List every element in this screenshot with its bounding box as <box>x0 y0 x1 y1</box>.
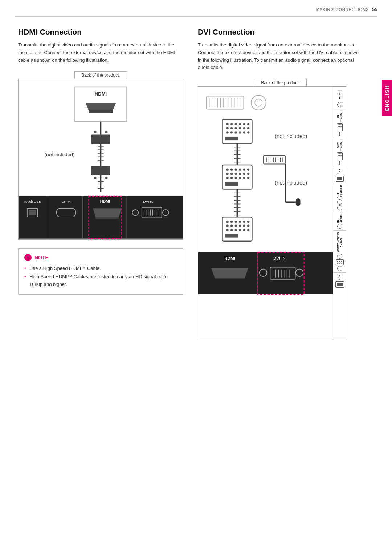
svg-point-68 <box>243 123 245 125</box>
svg-rect-122 <box>296 198 301 206</box>
svg-rect-33 <box>95 217 119 219</box>
svg-point-79 <box>239 131 241 133</box>
svg-point-74 <box>243 127 245 129</box>
hdmi-description: Transmits the digital video and audio si… <box>18 41 183 64</box>
note-icon: ! <box>24 254 32 261</box>
side-port-usb: USB <box>333 167 346 183</box>
svg-point-149 <box>247 229 249 231</box>
svg-point-6 <box>94 131 96 133</box>
svg-point-66 <box>234 123 237 125</box>
hdmi-diagram-label: Back of the product. <box>74 71 127 79</box>
svg-point-64 <box>226 123 228 125</box>
svg-point-7 <box>105 131 107 133</box>
svg-text:DP IN: DP IN <box>62 199 71 203</box>
dvi-side-panel: IR IN RS-232CIN <box>333 86 346 338</box>
svg-point-136 <box>243 221 245 223</box>
svg-rect-118 <box>225 182 238 186</box>
svg-point-113 <box>230 177 233 179</box>
svg-point-72 <box>234 127 237 129</box>
svg-point-115 <box>239 177 241 179</box>
svg-text:DVI IN: DVI IN <box>143 199 154 203</box>
svg-rect-30 <box>29 210 36 215</box>
svg-point-104 <box>243 169 245 171</box>
svg-point-133 <box>230 221 233 223</box>
svg-text:Touch USB: Touch USB <box>24 199 41 203</box>
page-number: 55 <box>372 7 377 12</box>
note-list: Use a High Speed HDMI™ Cable. High Speed… <box>24 265 177 288</box>
dvi-diagram-wrapper: (not included) <box>198 86 363 338</box>
svg-point-17 <box>105 177 107 179</box>
svg-point-61 <box>251 95 266 110</box>
svg-point-100 <box>226 169 228 171</box>
note-title: ! NOTE <box>24 254 177 261</box>
svg-point-73 <box>239 127 241 129</box>
main-content: HDMI Connection Transmits the digital vi… <box>0 17 392 349</box>
note-item-2: High Speed HDMI™ Cables are tested to ca… <box>24 273 177 288</box>
svg-point-75 <box>247 127 249 129</box>
dvi-title: DVI Connection <box>198 28 363 36</box>
side-port-rs232c-out: RS-232COUT <box>333 138 346 167</box>
side-port-ir-in: IR IN <box>333 87 346 109</box>
svg-point-77 <box>230 131 233 133</box>
svg-marker-2 <box>86 103 116 110</box>
svg-point-110 <box>243 173 245 175</box>
hdmi-diagram-svg: HDMI (not included) <box>18 79 183 240</box>
svg-point-137 <box>247 221 249 223</box>
svg-point-111 <box>247 173 249 175</box>
svg-point-108 <box>234 173 237 175</box>
dvi-diagram-svg: (not included) <box>198 86 333 338</box>
svg-point-103 <box>239 169 241 171</box>
svg-point-78 <box>234 131 237 133</box>
svg-point-117 <box>247 177 249 179</box>
svg-point-148 <box>243 229 245 231</box>
note-item-1: Use a High Speed HDMI™ Cable. <box>24 265 177 272</box>
svg-point-101 <box>230 169 233 171</box>
dvi-diagram-label-row: Back of the product. <box>198 79 363 87</box>
svg-point-71 <box>230 127 233 129</box>
svg-point-140 <box>234 225 237 227</box>
svg-point-138 <box>226 225 228 227</box>
svg-point-107 <box>230 173 233 175</box>
svg-marker-156 <box>211 268 248 278</box>
svg-text:HDMI: HDMI <box>100 199 110 203</box>
side-port-lan: LAN <box>333 273 346 338</box>
svg-point-16 <box>94 177 96 179</box>
svg-point-105 <box>247 169 249 171</box>
svg-point-109 <box>239 173 241 175</box>
dvi-description: Transmits the digital video signal from … <box>198 41 363 72</box>
svg-point-143 <box>247 225 249 227</box>
svg-text:(not included): (not included) <box>45 152 75 158</box>
svg-text:(not included): (not included) <box>275 133 307 139</box>
svg-point-65 <box>230 123 233 125</box>
svg-point-144 <box>226 229 228 231</box>
svg-point-62 <box>255 99 262 106</box>
section-label: MAKING CONNECTIONS <box>316 7 369 12</box>
svg-point-145 <box>230 229 233 231</box>
svg-rect-82 <box>225 137 238 140</box>
svg-point-139 <box>230 225 233 227</box>
svg-point-76 <box>226 131 228 133</box>
svg-point-81 <box>247 131 249 133</box>
page-header: MAKING CONNECTIONS 55 <box>0 0 392 16</box>
hdmi-title: HDMI Connection <box>18 28 183 36</box>
dvi-section: DVI Connection Transmits the digital vid… <box>198 28 374 338</box>
svg-point-114 <box>234 177 237 179</box>
svg-point-80 <box>243 131 245 133</box>
svg-point-134 <box>234 221 237 223</box>
hdmi-diagram-label-row: Back of the product. <box>18 71 183 79</box>
svg-point-132 <box>226 221 228 223</box>
svg-point-70 <box>226 127 228 129</box>
svg-rect-3 <box>89 110 113 113</box>
hdmi-section: HDMI Connection Transmits the digital vi… <box>18 28 183 338</box>
svg-rect-5 <box>91 135 110 144</box>
svg-point-142 <box>243 225 245 227</box>
svg-text:(not included): (not included) <box>275 180 307 186</box>
svg-point-141 <box>239 225 241 227</box>
svg-text:HDMI: HDMI <box>95 92 107 97</box>
svg-marker-32 <box>93 209 122 217</box>
svg-point-147 <box>239 229 241 231</box>
svg-point-146 <box>234 229 237 231</box>
svg-text:HDMI: HDMI <box>224 256 235 260</box>
svg-point-106 <box>226 173 228 175</box>
english-language-tab: ENGLISH <box>382 80 392 116</box>
